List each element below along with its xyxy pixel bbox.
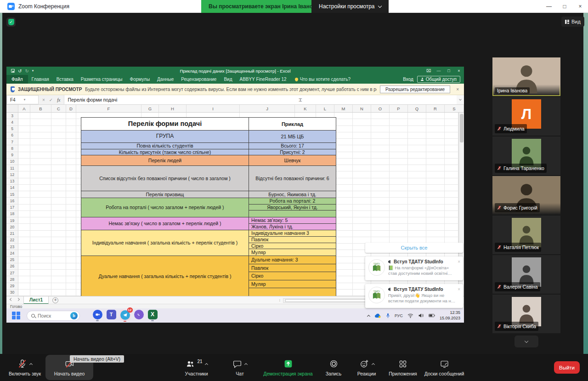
column-header[interactable]: J	[240, 105, 295, 112]
table-cell-value[interactable]: Павлюк	[249, 264, 336, 273]
table-cell-value[interactable]: Сірко	[249, 272, 336, 280]
ribbon-tab-9[interactable]: ABBYY FineReader 12	[236, 75, 290, 84]
table-cell-value[interactable]: Павлюк	[249, 237, 336, 243]
ribbon-tab-4[interactable]: Разметка страницы	[77, 75, 126, 84]
start-button[interactable]	[12, 312, 20, 320]
column-header[interactable]: H	[159, 105, 187, 112]
participant-tile[interactable]: Вікторія Скиба	[492, 295, 560, 333]
table-cell-value[interactable]: Всього: 17	[249, 143, 336, 149]
row-header[interactable]: 24	[6, 250, 18, 256]
cancel-entry-icon[interactable]: ×	[42, 97, 45, 102]
minimize-button[interactable]: —	[541, 0, 557, 13]
taskbar-teams-app[interactable]: T	[106, 310, 117, 322]
row-header[interactable]: 25	[6, 257, 18, 263]
column-header[interactable]: B	[30, 105, 51, 112]
close-button[interactable]: ×	[572, 0, 588, 13]
tray-expand-icon[interactable]	[367, 314, 370, 318]
more-participants-button[interactable]	[514, 336, 538, 347]
table-cell-label[interactable]: Список відсутніх без поважної причини ( …	[81, 166, 249, 191]
apps-button[interactable]: Приложения	[385, 355, 421, 380]
battery-icon[interactable]	[429, 313, 435, 318]
onedrive-cloud-icon[interactable]	[374, 313, 381, 318]
maximize-button[interactable]: □	[557, 0, 572, 13]
taskbar-telegram-app[interactable]: 12	[119, 310, 130, 322]
taskbar-zoom-app[interactable]	[92, 310, 103, 322]
excel-restore-button[interactable]: □	[444, 67, 454, 75]
row-header[interactable]: 7	[6, 139, 18, 145]
table-cell-label[interactable]: Перелік форми подачі	[81, 118, 249, 130]
table-cell-label[interactable]: Перелік призвищ	[81, 191, 249, 198]
table-cell-label[interactable]: Індивідуальне навчання ( загальна кількі…	[81, 230, 249, 256]
column-header[interactable]: N	[353, 105, 371, 112]
table-cell-label[interactable]: Перелік людей	[81, 155, 249, 165]
column-header[interactable]: S	[445, 105, 464, 112]
whiteboards-button[interactable]: Доски сообщений	[419, 355, 469, 380]
tray-microphone-icon[interactable]	[386, 313, 390, 318]
table-cell-value[interactable]: Робота на порталі: 2	[249, 198, 336, 205]
table-cell-label[interactable]: Робота на порталі ( число загалом + пере…	[81, 198, 249, 217]
wifi-icon[interactable]	[407, 313, 413, 318]
row-header[interactable]: 27	[6, 270, 18, 276]
participant-tile[interactable]: Ірина Іванова	[492, 57, 560, 96]
row-header[interactable]: 13	[6, 178, 18, 185]
confirm-entry-icon[interactable]: ✓	[49, 97, 53, 102]
reactions-button[interactable]: Реакции	[351, 355, 382, 380]
share-workbook-button[interactable]: Общий доступ	[417, 76, 460, 83]
leave-button[interactable]: Выйти	[554, 361, 580, 374]
column-header[interactable]: F	[76, 105, 141, 112]
row-header[interactable]: 28	[6, 276, 18, 283]
row-header[interactable]: 11	[6, 165, 18, 171]
column-header[interactable]: R	[426, 105, 445, 112]
row-header[interactable]: 9	[6, 152, 18, 159]
table-cell-label[interactable]: Немає зв'язку ( число в загалом + перелі…	[81, 217, 249, 230]
sheet-nav-left-icon[interactable]	[10, 298, 13, 301]
table-cell-label[interactable]: ГРУПА	[81, 131, 249, 142]
table-cell-value[interactable]: Присутні: 2	[249, 149, 336, 155]
row-header[interactable]: 26	[6, 263, 18, 270]
notification-card[interactable]: ТДАТУВступ ТДАТУ StudInfoПривіт, друзі!👋…	[365, 284, 463, 308]
formula-input[interactable]: Перелік форми подачі Ɪ	[64, 95, 457, 104]
row-header[interactable]: 23	[6, 244, 18, 250]
vertical-scrollbar-thumb[interactable]	[460, 114, 464, 142]
table-cell-value[interactable]	[249, 210, 336, 217]
column-header[interactable]: M	[334, 105, 353, 112]
row-header[interactable]: 5	[6, 126, 18, 132]
row-header[interactable]: 20	[6, 224, 18, 230]
table-cell-value[interactable]: Сірко	[249, 243, 336, 250]
row-header[interactable]: 30	[6, 290, 18, 296]
language-indicator[interactable]: РУС	[395, 313, 403, 318]
column-header[interactable]: K	[295, 105, 316, 112]
table-cell-label[interactable]: Дуальне навчання ( загальна кількість + …	[81, 256, 249, 296]
row-header[interactable]: 21	[6, 231, 18, 237]
speaker-icon[interactable]	[418, 313, 424, 318]
table-cell-value[interactable]: Муляр	[249, 280, 336, 289]
row-header[interactable]: 3	[6, 113, 18, 119]
undo-icon[interactable]: ↺	[18, 68, 22, 74]
column-header[interactable]: C	[51, 105, 66, 112]
column-header[interactable]: D	[66, 105, 76, 112]
share-screen-button[interactable]: Демонстрация экрана	[259, 355, 317, 380]
table-cell-value[interactable]: Приклад	[249, 118, 336, 130]
row-header[interactable]: 6	[6, 132, 18, 139]
column-header[interactable]: Q	[408, 105, 426, 112]
formula-bar-expand-icon[interactable]	[457, 95, 464, 104]
ribbon-tab-7[interactable]: Рецензирование	[177, 75, 220, 84]
ribbon-tab-2[interactable]: Главная	[28, 75, 53, 84]
table-cell-value[interactable]: Відсутні без поважної причини: 6	[249, 166, 336, 191]
notification-close-icon[interactable]: ×	[458, 259, 460, 278]
participant-tile[interactable]: Форис Григорій	[492, 176, 560, 215]
audio-options-chevron[interactable]	[29, 363, 33, 366]
table-cell-value[interactable]: Дуальне навчання: 3	[249, 256, 336, 264]
table-cell-value[interactable]: Жанов, Лукіна і тд.	[249, 224, 336, 230]
record-button[interactable]: Запись	[320, 355, 347, 380]
hide-all-notifications-button[interactable]: Скрыть все	[365, 243, 463, 253]
enable-editing-button[interactable]: Разрешить редактирование	[380, 85, 450, 93]
view-layout-button[interactable]: Вид	[561, 17, 584, 27]
security-shield-icon[interactable]: ✓	[6, 17, 16, 27]
excel-close-button[interactable]: ×	[454, 67, 464, 75]
table-cell-value[interactable]	[249, 288, 336, 296]
ribbon-tab-8[interactable]: Вид	[220, 75, 236, 84]
row-header[interactable]: 29	[6, 283, 18, 290]
cell-name-box[interactable]: F4▾	[6, 95, 39, 104]
notification-close-icon[interactable]: ×	[458, 287, 460, 305]
